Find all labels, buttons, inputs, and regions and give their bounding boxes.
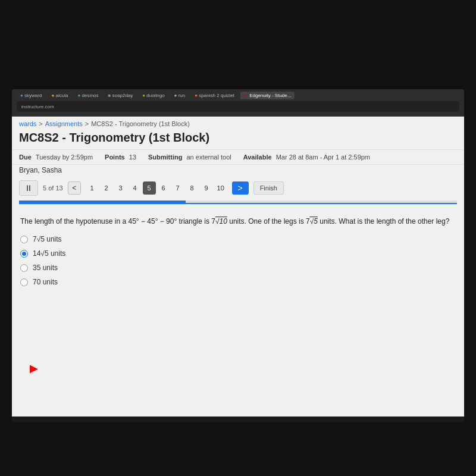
choice-b-label: 14√5 units xyxy=(33,249,65,258)
browser-tabs: ● skyward ● alcula ● desmos ■ soap2day ●… xyxy=(17,92,459,99)
tab-desmos[interactable]: ● desmos xyxy=(74,92,102,99)
radio-a[interactable] xyxy=(20,236,28,243)
tab-skyward[interactable]: ● skyward xyxy=(17,92,45,99)
breadcrumb-assignments[interactable]: Assignments xyxy=(45,120,83,127)
breadcrumb-sep2: > xyxy=(85,120,89,127)
page-9[interactable]: 9 xyxy=(200,181,213,195)
quiz-controls: ⏸ 5 of 13 < 1 2 3 4 5 6 7 8 9 10 > Finis… xyxy=(12,176,464,201)
breadcrumb-sep1: > xyxy=(39,120,42,127)
page-8[interactable]: 8 xyxy=(186,181,199,195)
tab-run[interactable]: ● run xyxy=(171,92,189,99)
pause-button[interactable]: ⏸ xyxy=(19,180,38,196)
due-label: Due Tuesday by 2:59pm xyxy=(19,154,93,161)
meta-bar: Due Tuesday by 2:59pm Points 13 Submitti… xyxy=(12,149,464,165)
page-10[interactable]: 10 xyxy=(214,181,227,195)
question-area: The length of the hypotenuse in a 45° − … xyxy=(12,209,464,299)
choice-c[interactable]: 35 units xyxy=(20,264,456,272)
page-5[interactable]: 5 xyxy=(143,181,156,195)
page-4[interactable]: 4 xyxy=(129,181,142,195)
radio-d[interactable] xyxy=(20,278,28,286)
radio-c[interactable] xyxy=(20,264,28,272)
tab-soap2day[interactable]: ■ soap2day xyxy=(105,92,137,99)
divider xyxy=(19,203,457,204)
page-numbers: 1 2 3 4 5 6 7 8 9 10 xyxy=(86,181,227,195)
finish-button[interactable]: Finish xyxy=(253,181,284,195)
choice-d-label: 70 units xyxy=(33,278,58,286)
tab-edgenuity[interactable]: ✕ Edgenuity - Stude... xyxy=(240,92,295,99)
cursor: ▶ xyxy=(30,362,38,375)
choice-d[interactable]: 70 units xyxy=(20,278,456,286)
points-label: Points 13 xyxy=(105,154,136,161)
browser-window: ● skyward ● alcula ● desmos ■ soap2day ●… xyxy=(12,89,464,422)
next-button[interactable]: > xyxy=(232,181,249,195)
choice-b[interactable]: 14√5 units xyxy=(20,249,456,258)
sqrt10-symbol: √10 xyxy=(215,217,227,226)
browser-chrome: ● skyward ● alcula ● desmos ■ soap2day ●… xyxy=(12,89,464,117)
question-text: The length of the hypotenuse in a 45° − … xyxy=(20,216,456,227)
breadcrumb: wards > Assignments > MC8S2 - Trigonomet… xyxy=(12,117,464,129)
tab-duolingo[interactable]: ● duolingo xyxy=(139,92,168,99)
breadcrumb-wards[interactable]: wards xyxy=(19,120,36,127)
radio-b[interactable] xyxy=(20,250,28,258)
choice-a[interactable]: 7√5 units xyxy=(20,235,456,243)
available-label: Available Mar 28 at 8am - Apr 1 at 2:59p… xyxy=(243,154,370,161)
progress-text: 5 of 13 xyxy=(43,184,63,192)
page-title: MC8S2 - Trigonometry (1st Block) xyxy=(12,129,464,149)
page-3[interactable]: 3 xyxy=(114,181,127,195)
url-bar[interactable]: instructure.com xyxy=(17,101,459,112)
choice-a-label: 7√5 units xyxy=(33,235,62,243)
page-body: wards > Assignments > MC8S2 - Trigonomet… xyxy=(12,117,464,416)
breadcrumb-current: MC8S2 - Trigonometry (1st Block) xyxy=(91,120,190,127)
submitting-label: Submitting an external tool xyxy=(148,154,231,161)
choice-c-label: 35 units xyxy=(33,264,58,272)
prev-button[interactable]: < xyxy=(68,181,81,195)
page-2[interactable]: 2 xyxy=(100,181,113,195)
tab-quizlet[interactable]: ● spanish 2 quizlet xyxy=(191,92,238,99)
page-6[interactable]: 6 xyxy=(157,181,170,195)
sqrt5-symbol: √5 xyxy=(310,217,318,226)
page-7[interactable]: 7 xyxy=(171,181,184,195)
student-name: Bryan, Sasha xyxy=(12,165,464,176)
page-1[interactable]: 1 xyxy=(86,181,99,195)
tab-alcula[interactable]: ● alcula xyxy=(48,92,71,99)
